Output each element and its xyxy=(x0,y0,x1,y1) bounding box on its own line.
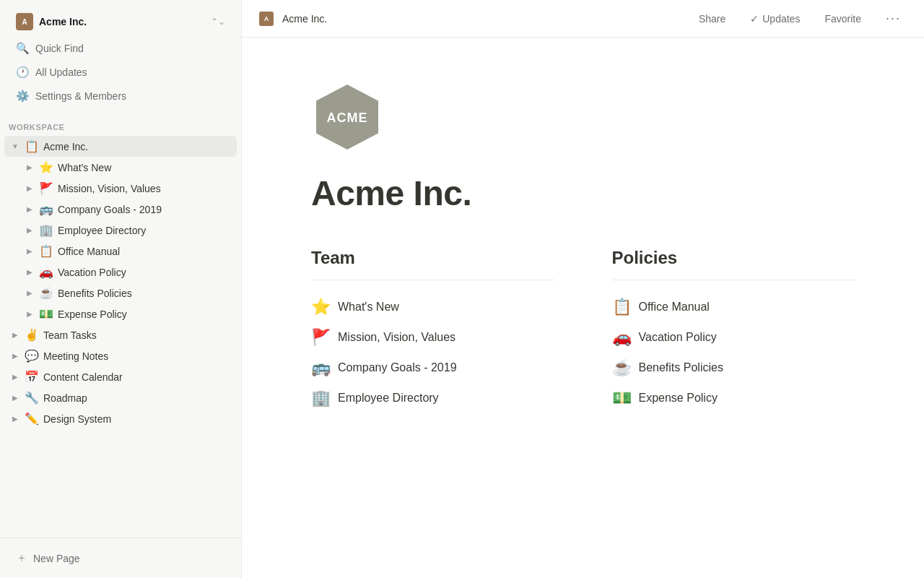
toggle-expense[interactable]: ▶ xyxy=(23,308,36,321)
office-manual-link-icon: 📋 xyxy=(612,298,632,316)
favorite-button[interactable]: Favorite xyxy=(819,10,867,27)
sidebar-top: A Acme Inc. ⌃⌄ 🔍 Quick Find 🕐 All Update… xyxy=(0,0,241,113)
new-page-button[interactable]: ＋ New Page xyxy=(9,545,232,571)
whats-new-icon: ⭐ xyxy=(39,160,53,174)
tree-item-meeting-notes[interactable]: ▶ 💬 Meeting Notes xyxy=(4,345,237,366)
policy-link-office-manual[interactable]: 📋 Office Manual xyxy=(612,292,855,322)
workspace-logo: A xyxy=(16,13,33,30)
nav-all-updates[interactable]: 🕐 All Updates xyxy=(9,61,232,84)
tree-item-content-calendar[interactable]: ▶ 📅 Content Calendar xyxy=(4,366,237,387)
tree-item-benefits[interactable]: ▶ ☕ Benefits Policies xyxy=(19,282,237,303)
tree-item-office-manual[interactable]: ▶ 📋 Office Manual xyxy=(19,241,237,262)
toggle-office-manual[interactable]: ▶ xyxy=(23,245,36,258)
toggle-mission[interactable]: ▶ xyxy=(23,182,36,195)
tree-item-mission[interactable]: ▶ 🚩 Mission, Vision, Values xyxy=(19,178,237,199)
toggle-team-tasks[interactable]: ▶ xyxy=(9,329,22,342)
page-body: ACME Acme Inc. Team ⭐ What's New 🚩 Missi… xyxy=(242,38,924,457)
policy-link-expense[interactable]: 💵 Expense Policy xyxy=(612,383,855,413)
vacation-icon: 🚗 xyxy=(39,265,53,279)
toggle-root[interactable]: ▼ xyxy=(9,140,22,153)
toggle-employee-dir[interactable]: ▶ xyxy=(23,224,36,237)
page-title: Acme Inc. xyxy=(311,173,855,213)
search-icon: 🔍 xyxy=(16,42,30,55)
team-link-mission[interactable]: 🚩 Mission, Vision, Values xyxy=(311,322,554,353)
team-heading: Team xyxy=(311,248,554,268)
tree-item-employee-dir[interactable]: ▶ 🏢 Employee Directory xyxy=(19,220,237,241)
company-goals-link-icon: 🚌 xyxy=(311,358,331,377)
design-system-icon: ✏️ xyxy=(25,412,39,426)
workspace-chevron-icon: ⌃⌄ xyxy=(211,17,225,27)
clock-icon: 🕐 xyxy=(16,66,30,79)
toggle-company-goals[interactable]: ▶ xyxy=(23,203,36,216)
workspace-name: Acme Inc. xyxy=(39,16,205,27)
expense-link-icon: 💵 xyxy=(612,389,632,407)
tree-container: ▼ 📋 Acme Inc. ▶ ⭐ What's New ▶ 🚩 Mission… xyxy=(0,134,241,538)
toggle-whats-new[interactable]: ▶ xyxy=(23,161,36,174)
workspace-title[interactable]: A Acme Inc. ⌃⌄ xyxy=(9,7,232,36)
main-content: A Acme Inc. Share ✓ Updates Favorite ··· xyxy=(242,0,924,578)
tree-item-company-goals[interactable]: ▶ 🚌 Company Goals - 2019 xyxy=(19,199,237,220)
team-link-whats-new[interactable]: ⭐ What's New xyxy=(311,292,554,322)
vacation-link-icon: 🚗 xyxy=(612,328,632,347)
expense-icon: 💵 xyxy=(39,307,53,321)
tree-item-design-system[interactable]: ▶ ✏️ Design System xyxy=(4,408,237,429)
tree-item-vacation-policy[interactable]: ▶ 🚗 Vacation Policy xyxy=(19,262,237,282)
content-calendar-icon: 📅 xyxy=(25,370,39,384)
toggle-content-calendar[interactable]: ▶ xyxy=(9,371,22,384)
more-options-button[interactable]: ··· xyxy=(880,8,907,29)
benefits-link-icon: ☕ xyxy=(612,358,632,377)
team-tasks-icon: ✌️ xyxy=(25,328,39,342)
root-icon: 📋 xyxy=(25,139,39,153)
benefits-icon: ☕ xyxy=(39,286,53,300)
toggle-meeting-notes[interactable]: ▶ xyxy=(9,350,22,363)
svg-text:ACME: ACME xyxy=(327,111,368,125)
toggle-benefits[interactable]: ▶ xyxy=(23,287,36,300)
tree-item-root[interactable]: ▼ 📋 Acme Inc. xyxy=(4,136,237,157)
checkmark-icon: ✓ xyxy=(750,13,759,25)
tree-item-team-tasks[interactable]: ▶ ✌️ Team Tasks xyxy=(4,324,237,345)
meeting-notes-icon: 💬 xyxy=(25,349,39,363)
policy-link-benefits[interactable]: ☕ Benefits Policies xyxy=(612,353,855,383)
team-link-employee-dir[interactable]: 🏢 Employee Directory xyxy=(311,383,554,413)
company-goals-icon: 🚌 xyxy=(39,202,53,216)
office-manual-icon: 📋 xyxy=(39,244,53,258)
tree-children: ▶ ⭐ What's New ▶ 🚩 Mission, Vision, Valu… xyxy=(4,157,237,324)
root-label: Acme Inc. xyxy=(43,141,232,152)
topbar: A Acme Inc. Share ✓ Updates Favorite ··· xyxy=(242,0,924,38)
toggle-design-system[interactable]: ▶ xyxy=(9,413,22,426)
nav-quick-find[interactable]: 🔍 Quick Find xyxy=(9,37,232,60)
policies-heading: Policies xyxy=(612,248,855,268)
team-link-company-goals[interactable]: 🚌 Company Goals - 2019 xyxy=(311,353,554,383)
toggle-roadmap[interactable]: ▶ xyxy=(9,392,22,405)
policies-column: Policies 📋 Office Manual 🚗 Vacation Poli… xyxy=(612,248,855,413)
plus-icon: ＋ xyxy=(16,551,27,566)
topbar-logo: A xyxy=(259,12,274,26)
workspace-section-label: WORKSPACE xyxy=(0,113,241,134)
employee-dir-link-icon: 🏢 xyxy=(311,389,331,407)
roadmap-icon: 🔧 xyxy=(25,391,39,405)
sidebar: A Acme Inc. ⌃⌄ 🔍 Quick Find 🕐 All Update… xyxy=(0,0,242,578)
share-button[interactable]: Share xyxy=(693,10,731,27)
team-column: Team ⭐ What's New 🚩 Mission, Vision, Val… xyxy=(311,248,554,413)
team-divider xyxy=(311,280,554,280)
policy-link-vacation[interactable]: 🚗 Vacation Policy xyxy=(612,322,855,353)
tree-item-roadmap[interactable]: ▶ 🔧 Roadmap xyxy=(4,387,237,408)
policies-divider xyxy=(612,280,855,280)
sidebar-bottom: ＋ New Page xyxy=(0,538,241,578)
breadcrumb: Acme Inc. xyxy=(282,13,684,25)
gear-icon: ⚙️ xyxy=(16,90,30,103)
mission-icon: 🚩 xyxy=(39,181,53,195)
topbar-actions: Share ✓ Updates Favorite ··· xyxy=(693,8,907,29)
toggle-vacation-policy[interactable]: ▶ xyxy=(23,266,36,279)
employee-dir-icon: 🏢 xyxy=(39,223,53,237)
page-columns: Team ⭐ What's New 🚩 Mission, Vision, Val… xyxy=(311,248,855,413)
nav-settings[interactable]: ⚙️ Settings & Members xyxy=(9,85,232,108)
whats-new-link-icon: ⭐ xyxy=(311,298,331,316)
acme-logo-svg: ACME xyxy=(311,81,383,153)
tree-item-expense[interactable]: ▶ 💵 Expense Policy xyxy=(19,303,237,324)
mission-link-icon: 🚩 xyxy=(311,328,331,347)
updates-button[interactable]: ✓ Updates xyxy=(744,10,806,27)
tree-item-whats-new[interactable]: ▶ ⭐ What's New xyxy=(19,157,237,178)
page-cover-icon: ACME xyxy=(311,81,855,156)
